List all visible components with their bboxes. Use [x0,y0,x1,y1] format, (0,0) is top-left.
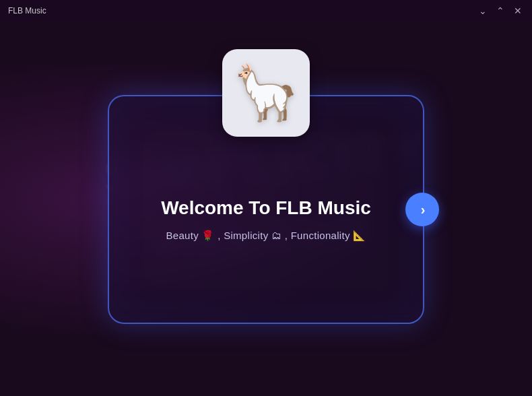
welcome-subtitle: Beauty 🌹 , Simplicity 🗂 , Functionality … [166,230,366,242]
title-bar: FLB Music ⌄ ⌃ ✕ [0,0,532,22]
chevron-right-icon: › [421,202,426,218]
welcome-title: Welcome To FLB Music [161,197,371,219]
app-title: FLB Music [8,6,46,15]
welcome-card-wrapper: 🦙 Welcome To FLB Music Beauty 🌹 , Simpli… [108,95,424,324]
minimize-button[interactable]: ⌄ [477,6,489,15]
window-controls: ⌄ ⌃ ✕ [477,6,524,15]
app-icon: 🦙 [232,66,300,120]
maximize-button[interactable]: ⌃ [494,6,506,15]
welcome-card: 🦙 Welcome To FLB Music Beauty 🌹 , Simpli… [108,95,424,324]
close-button[interactable]: ✕ [512,6,524,15]
next-button[interactable]: › [405,193,439,226]
app-icon-container: 🦙 [222,49,310,137]
